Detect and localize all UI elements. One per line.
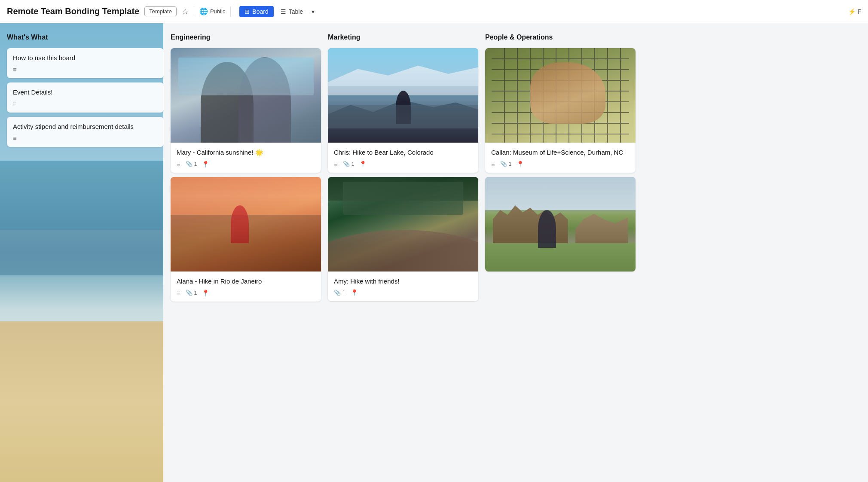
chris-image-bg (328, 48, 478, 143)
lines-icon: ≡ (13, 66, 17, 73)
sign-area (343, 182, 463, 215)
card-lines-icon: ≡ (13, 66, 17, 73)
filter-button[interactable]: ⚡ F (848, 8, 861, 15)
kanban-board: What's What How to use this board ≡ Even… (0, 23, 642, 482)
header-divider (194, 6, 194, 17)
sky-overlay (178, 58, 314, 95)
paperclip-icon: 📎 (186, 290, 193, 296)
lines-icon-item: ≡ (491, 160, 495, 168)
card-lines-icon: ≡ (13, 134, 17, 142)
attachment-item: 📎 1 (334, 290, 345, 296)
card-activity-stipend[interactable]: Activity stipend and reimbursement detai… (7, 117, 164, 147)
chevron-down-icon[interactable]: ▾ (312, 8, 315, 15)
header-divider-2 (230, 6, 231, 17)
attachment-item: 📎 1 (186, 161, 197, 167)
card-image-area (171, 48, 321, 143)
public-button[interactable]: 🌐 Public (199, 7, 225, 15)
board-wrapper: What's What How to use this board ≡ Even… (0, 23, 868, 482)
location-item: 📍 (202, 290, 209, 296)
paperclip-icon: 📎 (186, 161, 193, 167)
card-image-area (485, 177, 636, 272)
filter-icon: ⚡ (848, 8, 856, 15)
card-chris[interactable]: Chris: Hike to Bear Lake, Colorado ≡ 📎 1… (328, 48, 478, 173)
manor-image-bg (485, 177, 636, 272)
card-body: Chris: Hike to Bear Lake, Colorado ≡ 📎 1… (328, 143, 478, 173)
card-meta: ≡ 📎 1 📍 (334, 160, 472, 168)
location-item: 📍 (359, 161, 367, 168)
card-how-to-use[interactable]: How to use this board ≡ (7, 48, 164, 78)
card-manor[interactable] (485, 177, 636, 272)
card-title: Alana - Hike in Rio de Janeiro (177, 277, 315, 286)
location-icon: 📍 (202, 290, 209, 296)
lines-icon: ≡ (334, 160, 338, 168)
card-image-area (328, 177, 478, 272)
building-right (575, 210, 628, 248)
card-body: Amy: Hike with friends! 📎 1 📍 (328, 272, 478, 301)
attachment-item: 📎 1 (500, 161, 512, 167)
callan-image-bg (485, 48, 636, 143)
card-meta: ≡ (13, 100, 158, 107)
card-callan[interactable]: Callan: Museum of Life+Science, Durham, … (485, 48, 636, 173)
paperclip-icon: 📎 (334, 290, 341, 296)
column-people-ops: People & Operations (485, 32, 636, 473)
card-title: Event Details! (13, 88, 158, 97)
sky-manor (485, 177, 636, 210)
card-body: Callan: Museum of Life+Science, Durham, … (485, 143, 636, 173)
card-title: Chris: Hike to Bear Lake, Colorado (334, 148, 472, 157)
page-title: Remote Team Bonding Template (7, 6, 139, 16)
filter-label: F (857, 8, 861, 15)
column-header-people-ops: People & Operations (485, 32, 636, 43)
lawn (485, 243, 636, 272)
location-icon: 📍 (517, 161, 524, 168)
mary-image-bg (171, 48, 321, 143)
attachment-count: 1 (509, 161, 512, 167)
person-silhouette (538, 210, 556, 248)
sunset-sky (171, 177, 321, 215)
people-group (328, 220, 478, 272)
table-icon: ☰ (281, 8, 286, 15)
paperclip-icon: 📎 (343, 161, 350, 167)
star-icon[interactable]: ☆ (182, 7, 189, 16)
lines-icon-item: ≡ (334, 160, 338, 168)
card-meta: 📎 1 📍 (334, 289, 472, 296)
lines-icon: ≡ (13, 100, 17, 107)
card-amy[interactable]: Amy: Hike with friends! 📎 1 📍 (328, 177, 478, 301)
card-meta: ≡ (13, 66, 158, 73)
attachment-count: 1 (194, 161, 197, 167)
template-badge[interactable]: Template (144, 6, 177, 16)
lines-icon-item: ≡ (177, 289, 180, 296)
card-image-area (171, 177, 321, 272)
lake-water (328, 105, 478, 128)
location-item: 📍 (202, 161, 209, 168)
column-engineering: Engineering Mary - California sunshine! … (171, 32, 321, 473)
board-icon: ⊞ (245, 8, 250, 15)
location-icon: 📍 (202, 161, 209, 168)
location-item: 📍 (517, 161, 524, 168)
amy-image-bg (328, 177, 478, 272)
card-title: Callan: Museum of Life+Science, Durham, … (491, 148, 630, 157)
attachment-count: 1 (342, 290, 345, 296)
attachment-count: 1 (194, 290, 197, 296)
card-event-details[interactable]: Event Details! ≡ (7, 82, 164, 113)
card-meta: ≡ 📎 1 📍 (177, 160, 315, 168)
board-view-button[interactable]: ⊞ Board (239, 6, 273, 17)
column-marketing: Marketing Chris: Hike to Bear Lake, Colo… (328, 32, 478, 473)
header-right: ⚡ F (848, 8, 861, 15)
globe-icon: 🌐 (199, 7, 208, 15)
column-whats-what: What's What How to use this board ≡ Even… (7, 32, 164, 473)
animal-body (530, 62, 605, 124)
card-body: Mary - California sunshine! 🌟 ≡ 📎 1 📍 (171, 143, 321, 173)
card-mary[interactable]: Mary - California sunshine! 🌟 ≡ 📎 1 📍 (171, 48, 321, 173)
lines-icon: ≡ (491, 160, 495, 168)
location-icon: 📍 (359, 161, 367, 168)
card-title: Mary - California sunshine! 🌟 (177, 148, 315, 157)
table-view-button[interactable]: ☰ Table (275, 6, 308, 17)
lines-icon: ≡ (177, 289, 180, 296)
attachment-item: 📎 1 (186, 290, 197, 296)
paperclip-icon: 📎 (500, 161, 507, 167)
view-toggle: ⊞ Board ☰ Table ▾ (239, 6, 315, 17)
card-title: How to use this board (13, 53, 158, 62)
lines-icon: ≡ (177, 160, 180, 168)
card-alana[interactable]: Alana - Hike in Rio de Janeiro ≡ 📎 1 📍 (171, 177, 321, 302)
alana-image-bg (171, 177, 321, 272)
